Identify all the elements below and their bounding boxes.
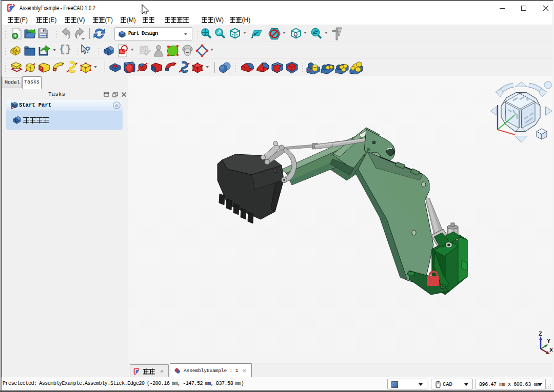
svg-text:Y: Y <box>547 338 551 344</box>
svg-text:X: X <box>549 347 552 353</box>
svg-text:?: ? <box>85 45 90 55</box>
svg-text:Z: Z <box>539 331 542 337</box>
